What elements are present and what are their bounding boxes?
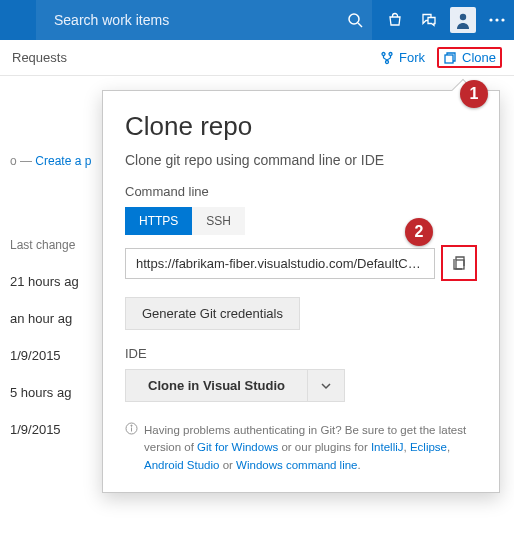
panel-title: Clone repo: [125, 111, 477, 142]
link-git-windows[interactable]: Git for Windows: [197, 441, 278, 453]
svg-line-1: [358, 23, 362, 27]
tab-https[interactable]: HTTPS: [125, 207, 192, 235]
ide-dropdown-toggle[interactable]: [308, 369, 345, 402]
svg-point-3: [489, 18, 492, 21]
svg-point-13: [131, 425, 132, 426]
svg-rect-10: [456, 260, 464, 269]
generate-credentials-button[interactable]: Generate Git credentials: [125, 297, 300, 330]
link-eclipse[interactable]: Eclipse: [410, 441, 447, 453]
copy-button[interactable]: [448, 252, 470, 274]
search-input[interactable]: [54, 12, 338, 28]
annotation-badge-2: 2: [405, 218, 433, 246]
shop-icon[interactable]: [378, 0, 412, 40]
link-android-studio[interactable]: Android Studio: [144, 459, 219, 471]
fork-icon: [380, 51, 394, 65]
svg-point-2: [460, 14, 466, 20]
clone-label: Clone: [462, 50, 496, 65]
svg-rect-9: [445, 55, 453, 63]
help-text: Having problems authenticating in Git? B…: [125, 422, 477, 474]
clone-icon: [443, 51, 457, 65]
fork-label: Fork: [399, 50, 425, 65]
panel-subtitle: Clone git repo using command line or IDE: [125, 152, 477, 168]
page-title: Requests: [12, 50, 368, 65]
svg-point-0: [349, 14, 359, 24]
clone-repo-panel: Clone repo Clone git repo using command …: [102, 90, 500, 493]
command-line-label: Command line: [125, 184, 477, 199]
svg-point-4: [495, 18, 498, 21]
svg-point-8: [386, 60, 389, 63]
link-intellij[interactable]: IntelliJ: [371, 441, 404, 453]
clone-url-input[interactable]: https://fabrikam-fiber.visualstudio.com/…: [125, 248, 435, 279]
ide-label: IDE: [125, 346, 477, 361]
fork-button[interactable]: Fork: [380, 50, 425, 65]
search-box[interactable]: [36, 0, 372, 40]
svg-point-6: [382, 52, 385, 55]
clone-in-ide-button[interactable]: Clone in Visual Studio: [125, 369, 308, 402]
chevron-down-icon: [320, 380, 332, 392]
link-windows-cmd[interactable]: Windows command line: [236, 459, 357, 471]
svg-point-5: [501, 18, 504, 21]
info-icon: [125, 422, 138, 474]
search-icon[interactable]: [338, 0, 372, 40]
tab-ssh[interactable]: SSH: [192, 207, 245, 235]
avatar[interactable]: [446, 0, 480, 40]
more-icon[interactable]: [480, 0, 514, 40]
annotation-badge-1: 1: [460, 80, 488, 108]
clone-button[interactable]: Clone: [437, 47, 502, 68]
svg-point-7: [389, 52, 392, 55]
copy-icon: [451, 255, 467, 271]
feedback-icon[interactable]: [412, 0, 446, 40]
breadcrumb-link[interactable]: Create a p: [35, 154, 91, 168]
